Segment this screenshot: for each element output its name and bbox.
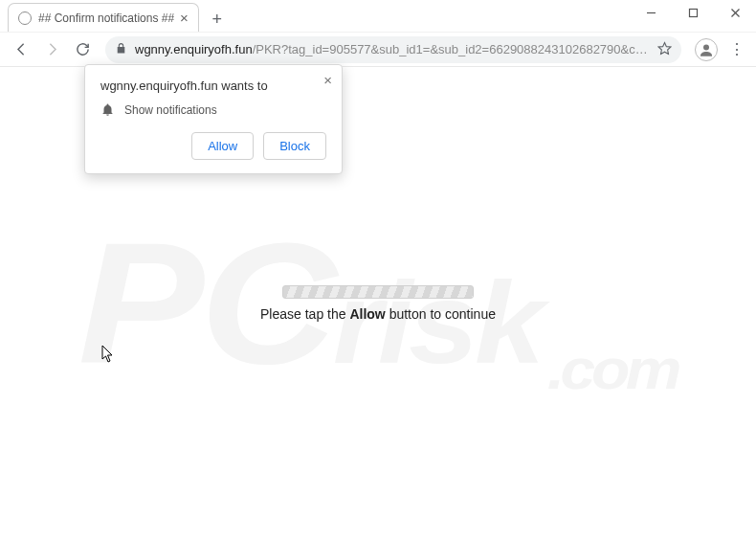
reload-button[interactable]: [69, 36, 96, 63]
forward-button[interactable]: [38, 36, 65, 63]
prompt-wants-to: wants to: [218, 79, 268, 93]
url-text: wgnny.enquiryofh.fun/PKR?tag_id=905577&s…: [135, 42, 652, 56]
notification-permission-prompt: × wgnny.enquiryofh.fun wants to Show not…: [84, 64, 343, 174]
watermark-small: .com: [547, 337, 678, 401]
instruction-after: button to continue: [386, 306, 496, 322]
prompt-close-icon[interactable]: ×: [323, 73, 332, 87]
back-button[interactable]: [8, 36, 34, 63]
tab-close-icon[interactable]: ×: [180, 11, 189, 25]
svg-marker-4: [658, 42, 671, 54]
instruction-before: Please tap the: [260, 306, 349, 322]
tab-title: ## Confirm notifications ##: [38, 11, 174, 25]
profile-avatar-button[interactable]: [695, 38, 718, 61]
prompt-permission-label: Show notifications: [124, 103, 217, 117]
browser-tab[interactable]: ## Confirm notifications ## ×: [8, 3, 199, 32]
bookmark-star-icon[interactable]: [657, 41, 672, 58]
svg-point-5: [703, 44, 709, 50]
prompt-origin: wgnny.enquiryofh.fun: [100, 79, 218, 93]
instruction-text: Please tap the Allow button to continue: [260, 306, 496, 322]
new-tab-button[interactable]: +: [205, 7, 230, 32]
svg-rect-1: [689, 9, 697, 16]
url-host: wgnny.enquiryofh.fun: [135, 42, 253, 56]
prompt-permission-row: Show notifications: [100, 102, 326, 117]
address-bar[interactable]: wgnny.enquiryofh.fun/PKR?tag_id=905577&s…: [105, 36, 681, 63]
window-minimize-button[interactable]: [630, 0, 672, 26]
allow-button[interactable]: Allow: [191, 132, 254, 160]
tab-favicon: [18, 11, 32, 25]
url-path: /PKR?tag_id=905577&sub_id1=&sub_id2=6629…: [253, 42, 652, 56]
lock-icon: [115, 42, 127, 57]
window-maximize-button[interactable]: [672, 0, 714, 26]
window-close-button[interactable]: [714, 0, 756, 26]
instruction-bold: Allow: [349, 306, 385, 322]
bell-icon: [100, 102, 115, 117]
watermark-mid: risk: [333, 258, 541, 387]
block-button[interactable]: Block: [263, 132, 326, 160]
browser-menu-button[interactable]: ⋮: [725, 40, 748, 58]
prompt-title: wgnny.enquiryofh.fun wants to: [100, 79, 326, 93]
progress-bar: [282, 285, 474, 299]
